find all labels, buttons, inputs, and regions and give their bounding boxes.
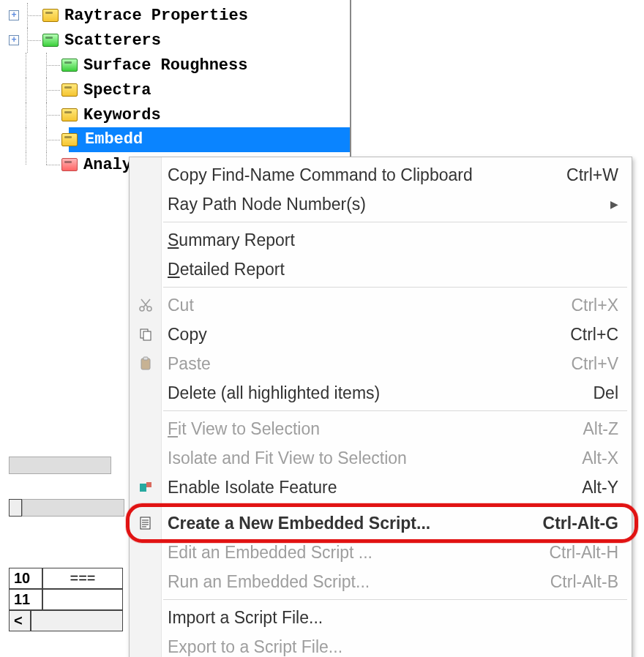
menu-shortcut: Ctrl+V bbox=[571, 354, 618, 374]
menu-fit-view: Fit View to Selection Alt-Z bbox=[130, 414, 632, 443]
grid-header-bar bbox=[22, 499, 124, 517]
menu-shortcut: Alt-X bbox=[582, 448, 618, 468]
isolate-icon bbox=[137, 478, 154, 496]
tree-item-label: Scatterers bbox=[64, 31, 161, 50]
svg-rect-8 bbox=[141, 517, 150, 529]
menu-shortcut: Ctrl+C bbox=[570, 325, 618, 345]
tree-item-embedded-scripts[interactable]: Embedd bbox=[0, 127, 350, 152]
folder-icon bbox=[61, 133, 78, 146]
menu-export-script: Export to a Script File... bbox=[130, 632, 632, 657]
menu-shortcut: Del bbox=[593, 383, 618, 403]
row-value: === bbox=[42, 568, 123, 589]
row-number: 10 bbox=[9, 568, 42, 589]
menu-copy-find-name[interactable]: Copy Find-Name Command to Clipboard Ctrl… bbox=[130, 160, 632, 189]
folder-icon bbox=[61, 158, 78, 171]
menu-item-label: Isolate and Fit View to Selection bbox=[168, 448, 407, 468]
menu-item-label: Import a Script File... bbox=[168, 608, 323, 628]
menu-detailed-report[interactable]: Detailed Report bbox=[130, 255, 632, 284]
folder-icon bbox=[42, 34, 59, 47]
menu-item-label: Export to a Script File... bbox=[168, 637, 342, 657]
menu-separator bbox=[163, 505, 627, 506]
svg-rect-5 bbox=[143, 357, 148, 360]
menu-item-label: Paste bbox=[168, 354, 211, 374]
menu-import-script[interactable]: Import a Script File... bbox=[130, 603, 632, 632]
tree-item-label: Spectra bbox=[83, 81, 151, 100]
menu-separator bbox=[163, 222, 627, 222]
menu-shortcut: Ctrl+W bbox=[566, 165, 618, 185]
menu-item-label: Enable Isolate Feature bbox=[168, 478, 337, 498]
script-icon bbox=[137, 514, 154, 532]
tree-item-label: Raytrace Properties bbox=[64, 7, 248, 25]
menu-shortcut: Alt-Z bbox=[583, 419, 618, 439]
menu-item-label: Summary Report bbox=[168, 230, 295, 250]
menu-item-label: Cut bbox=[168, 296, 194, 315]
menu-separator bbox=[163, 287, 627, 288]
context-menu: Copy Find-Name Command to Clipboard Ctrl… bbox=[129, 157, 632, 657]
menu-shortcut: Alt-Y bbox=[582, 478, 618, 498]
copy-icon bbox=[137, 326, 154, 343]
table-row[interactable]: 11 bbox=[9, 589, 133, 610]
menu-create-embedded-script[interactable]: Create a New Embedded Script... Ctrl-Alt… bbox=[130, 508, 632, 538]
menu-shortcut: Ctrl-Alt-B bbox=[550, 572, 618, 592]
menu-cut: Cut Ctrl+X bbox=[130, 290, 632, 320]
menu-summary-report[interactable]: Summary Report bbox=[130, 225, 632, 255]
menu-edit-embedded-script: Edit an Embedded Script ... Ctrl-Alt-H bbox=[130, 538, 632, 567]
tree-item-scatterers[interactable]: + Scatterers bbox=[0, 28, 350, 53]
menu-copy[interactable]: Copy Ctrl+C bbox=[130, 320, 632, 349]
svg-rect-6 bbox=[140, 484, 146, 492]
menu-run-embedded-script: Run an Embedded Script... Ctrl-Alt-B bbox=[130, 567, 632, 596]
menu-separator bbox=[163, 410, 627, 411]
tree-item-raytrace[interactable]: + Raytrace Properties bbox=[0, 3, 350, 28]
expand-icon[interactable]: + bbox=[9, 35, 19, 45]
menu-shortcut: Ctrl-Alt-G bbox=[543, 514, 618, 533]
tree-item-label: Keywords bbox=[83, 106, 161, 124]
menu-isolate-fit: Isolate and Fit View to Selection Alt-X bbox=[130, 443, 632, 473]
menu-item-label: Ray Path Node Number(s) bbox=[168, 195, 366, 214]
paste-icon bbox=[137, 355, 154, 372]
scissors-icon bbox=[137, 296, 154, 314]
tree-item-keywords[interactable]: Keywords bbox=[0, 102, 350, 127]
menu-paste: Paste Ctrl+V bbox=[130, 349, 632, 378]
folder-icon bbox=[61, 59, 78, 72]
menu-item-label: Copy Find-Name Command to Clipboard bbox=[168, 165, 473, 185]
svg-rect-3 bbox=[143, 331, 151, 340]
svg-rect-7 bbox=[146, 482, 151, 487]
scroll-left-arrow[interactable]: < bbox=[9, 610, 31, 631]
menu-item-label: Fit View to Selection bbox=[168, 419, 320, 439]
row-number: 11 bbox=[9, 589, 42, 610]
submenu-arrow-icon: ▶ bbox=[610, 198, 618, 210]
menu-ray-path[interactable]: Ray Path Node Number(s) ▶ bbox=[130, 189, 632, 219]
menu-item-label: Detailed Report bbox=[168, 260, 285, 279]
scrollbar-left[interactable]: < bbox=[9, 610, 133, 631]
tree-item-spectra[interactable]: Spectra bbox=[0, 78, 350, 102]
menu-separator bbox=[163, 599, 627, 600]
folder-icon bbox=[61, 83, 78, 97]
menu-shortcut: Ctrl+X bbox=[571, 296, 618, 315]
folder-icon bbox=[42, 9, 59, 22]
menu-item-label: Edit an Embedded Script ... bbox=[168, 543, 372, 563]
grid-gutter bbox=[9, 499, 22, 517]
grid-fragment: 10 === 11 < bbox=[9, 454, 133, 631]
tree-item-surface-roughness[interactable]: Surface Roughness bbox=[0, 53, 350, 78]
menu-item-label: Copy bbox=[168, 325, 207, 345]
menu-item-label: Delete (all highlighted items) bbox=[168, 383, 380, 403]
expand-icon[interactable]: + bbox=[9, 10, 19, 20]
tree-item-label: Surface Roughness bbox=[83, 56, 247, 75]
menu-delete[interactable]: Delete (all highlighted items) Del bbox=[130, 378, 632, 408]
folder-icon bbox=[61, 108, 78, 121]
menu-enable-isolate[interactable]: Enable Isolate Feature Alt-Y bbox=[130, 473, 632, 502]
grid-header-bar bbox=[9, 457, 111, 474]
menu-item-label: Create a New Embedded Script... bbox=[168, 514, 430, 533]
menu-shortcut: Ctrl-Alt-H bbox=[549, 543, 618, 563]
menu-item-label: Run an Embedded Script... bbox=[168, 572, 370, 592]
table-row[interactable]: 10 === bbox=[9, 568, 133, 589]
tree-item-label: Embedd bbox=[83, 127, 147, 152]
row-value bbox=[42, 589, 123, 610]
